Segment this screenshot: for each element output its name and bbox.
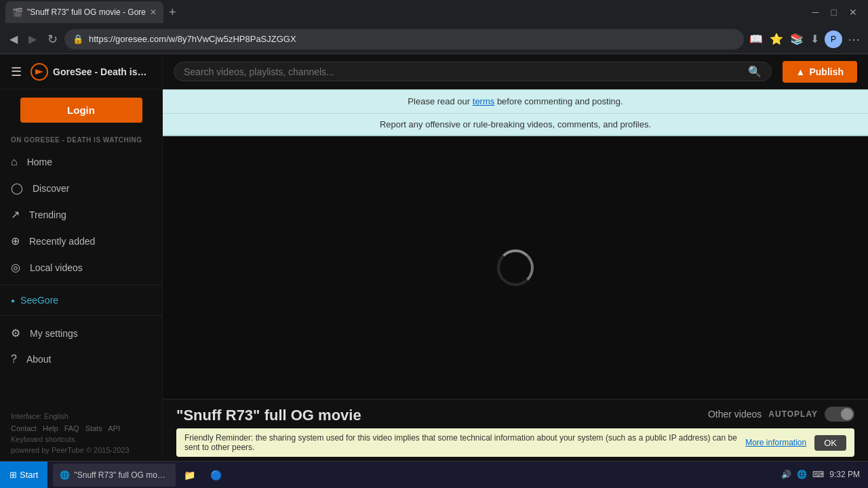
settings-label: My settings (30, 328, 78, 339)
terms-link[interactable]: terms (473, 96, 495, 106)
autoplay-toggle[interactable] (825, 407, 854, 422)
keyboard-shortcuts-link[interactable]: Keyboard shortcuts (11, 435, 151, 443)
forward-button[interactable]: ▶ (24, 30, 41, 48)
about-icon: ? (11, 353, 17, 365)
back-button[interactable]: ◀ (5, 30, 22, 48)
help-link[interactable]: Help (43, 424, 58, 432)
taskbar-item-edge[interactable]: 🔵 (203, 464, 229, 487)
contact-link[interactable]: Contact (11, 424, 37, 432)
taskbar-time: 9:32 PM (829, 469, 860, 481)
stats-link[interactable]: Stats (85, 424, 102, 432)
sidebar-nav: ⌂ Home ◯ Discover ↗ Trending ⊕ Recently … (0, 149, 162, 281)
maximize-button[interactable]: □ (826, 5, 842, 19)
sidebar-item-trending[interactable]: ↗ Trending (0, 201, 162, 228)
address-bar-container[interactable]: 🔒 (64, 29, 744, 49)
report-text: Report any offensive or rule-breaking vi… (380, 119, 651, 129)
toolbar-icons: 📖 ⭐ 📚 ⬇ P ⋯ (747, 29, 863, 49)
sidebar-item-home[interactable]: ⌂ Home (0, 149, 162, 175)
sidebar-divider-1 (0, 285, 162, 285)
window-controls: ─ □ ✕ (807, 5, 863, 19)
taskbar-clock: 9:32 PM (829, 469, 860, 481)
powered-by: powered by PeerTube © 2015-2023 (11, 446, 151, 454)
sidebar-item-about[interactable]: ? About (0, 346, 162, 372)
browser-taskbar-icon: 🌐 (60, 470, 70, 480)
keyboard-icon[interactable]: ⌨ (812, 470, 824, 479)
sidebar-footer: Interface: English Contact Help FAQ Stat… (0, 405, 162, 461)
site-title: GoreSee - Death is Watching over You (53, 66, 148, 77)
trending-icon: ↗ (11, 208, 20, 221)
reminder-bar: Friendly Reminder: the sharing system us… (176, 428, 854, 457)
minimize-button[interactable]: ─ (807, 5, 825, 19)
home-icon: ⌂ (11, 156, 18, 168)
notice-terms-banner: Please read our terms before commenting … (163, 89, 868, 114)
local-videos-icon: ◎ (11, 261, 20, 274)
sidebar-top-bar: ☰ GoreSee - Death is Watching over You (0, 54, 162, 89)
read-aloud-button[interactable]: 📖 (747, 30, 766, 48)
bullet-icon: ● (11, 297, 15, 304)
taskbar-tray: 🔊 🌐 ⌨ 9:32 PM (773, 469, 868, 481)
more-info-link[interactable]: More information (745, 438, 806, 447)
logo-icon (30, 62, 49, 81)
trending-label: Trending (29, 209, 66, 220)
video-title-row: "Snuff R73" full OG movie Other videos A… (176, 407, 854, 424)
menu-button[interactable]: ⋯ (845, 29, 863, 49)
autoplay-label: AUTOPLAY (768, 409, 818, 419)
other-videos-section: Other videos AUTOPLAY (708, 407, 854, 422)
top-search-container[interactable]: 🔍 (174, 62, 772, 81)
discover-label: Discover (33, 183, 69, 194)
loading-spinner (497, 249, 534, 286)
interface-label: Interface: English (11, 412, 151, 420)
api-link[interactable]: API (108, 424, 120, 432)
video-bottom-bar: "Snuff R73" full OG movie Other videos A… (163, 399, 868, 461)
toggle-knob (841, 408, 853, 420)
sidebar-item-recently-added[interactable]: ⊕ Recently added (0, 228, 162, 254)
favorites-bar-button[interactable]: ⭐ (767, 30, 786, 48)
network-icon[interactable]: 🌐 (797, 470, 807, 479)
faq-link[interactable]: FAQ (64, 424, 79, 432)
new-tab-button[interactable]: + (163, 5, 182, 20)
taskbar-items: 🌐 "Snuff R73" full OG movie - Gore 📁 🔵 (47, 464, 773, 487)
seegore-label: SeeGore (20, 295, 58, 306)
publish-button[interactable]: ▲ Publish (783, 61, 857, 83)
home-label: Home (27, 157, 52, 167)
sidebar-item-discover[interactable]: ◯ Discover (0, 175, 162, 201)
downloads-button[interactable]: ⬇ (808, 30, 822, 48)
refresh-button[interactable]: ↻ (43, 29, 62, 49)
notice-report-banner: Report any offensive or rule-breaking vi… (163, 114, 868, 136)
browser-titlebar: 🎬 "Snuff R73" full OG movie - Gore ✕ + ─… (0, 0, 868, 24)
sidebar-seegore[interactable]: ● SeeGore (0, 289, 162, 311)
close-button[interactable]: ✕ (844, 5, 863, 19)
search-input[interactable] (184, 66, 743, 77)
volume-icon[interactable]: 🔊 (781, 470, 791, 479)
search-button[interactable]: 🔍 (748, 65, 762, 78)
reminder-text: Friendly Reminder: the sharing system us… (184, 433, 740, 452)
sidebar-item-my-settings[interactable]: ⚙ My settings (0, 320, 162, 346)
start-button[interactable]: ⊞ Start (0, 462, 47, 488)
profile-icon[interactable]: P (825, 30, 842, 48)
lock-icon: 🔒 (73, 34, 83, 44)
tab-favicon: 🎬 (12, 7, 23, 18)
publish-label: Publish (809, 66, 844, 77)
taskbar: ⊞ Start 🌐 "Snuff R73" full OG movie - Go… (0, 461, 868, 488)
publish-icon: ▲ (796, 66, 806, 77)
taskbar-item-browser[interactable]: 🌐 "Snuff R73" full OG movie - Gore (53, 464, 176, 487)
footer-links: Contact Help FAQ Stats API (11, 424, 151, 432)
local-videos-label: Local videos (30, 262, 83, 273)
taskbar-item-explorer[interactable]: 📁 (177, 464, 202, 487)
ok-button[interactable]: OK (814, 435, 846, 451)
about-label: About (26, 354, 52, 365)
hamburger-button[interactable]: ☰ (8, 62, 24, 82)
sidebar-item-local-videos[interactable]: ◎ Local videos (0, 254, 162, 281)
login-button[interactable]: Login (20, 98, 142, 123)
start-label: Start (20, 470, 38, 480)
terms-prefix: Please read our (408, 96, 472, 106)
browser-tab[interactable]: 🎬 "Snuff R73" full OG movie - Gore ✕ (5, 1, 163, 23)
top-bar: 🔍 ▲ Publish (163, 54, 868, 89)
collections-button[interactable]: 📚 (787, 30, 806, 48)
sidebar: ☰ GoreSee - Death is Watching over You L… (0, 54, 163, 461)
tab-close-icon[interactable]: ✕ (150, 7, 157, 17)
sidebar-divider-2 (0, 315, 162, 316)
terms-suffix: before commenting and posting. (497, 96, 623, 106)
address-input[interactable] (89, 34, 736, 44)
discover-icon: ◯ (11, 182, 23, 195)
